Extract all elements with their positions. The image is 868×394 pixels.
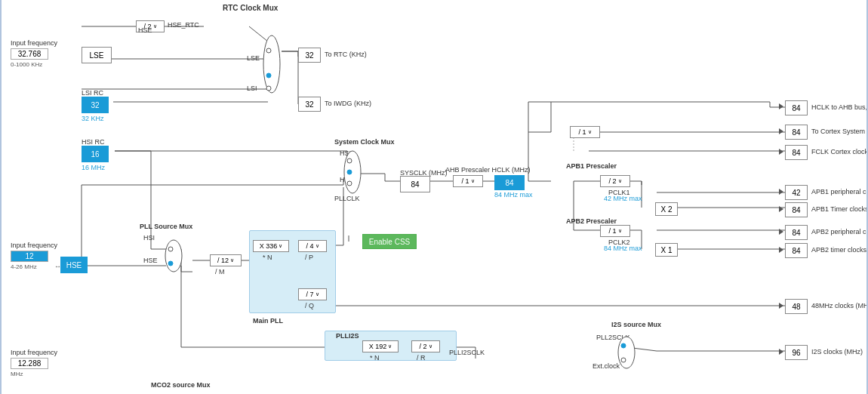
lsi-rc-value: 32 xyxy=(82,97,109,113)
pll-hse-label: HSE xyxy=(143,257,158,264)
svg-point-81 xyxy=(618,337,635,368)
apb1-peripheral-value: 42 xyxy=(785,185,808,200)
apb1-peripheral-label: APB1 peripheral clocks (M xyxy=(811,188,868,195)
fclk-value-box: 84 xyxy=(785,145,808,160)
ahb-div-dropdown[interactable]: / 1 xyxy=(453,175,483,187)
iwdg-label: To IWDG (KHz) xyxy=(325,100,371,107)
left-border xyxy=(0,0,2,394)
pll-src-mux-shape xyxy=(165,239,183,273)
svg-point-75 xyxy=(347,159,352,163)
hsi-rc-freq: 16 MHz xyxy=(82,164,105,171)
i2s-arrow xyxy=(779,349,783,355)
i2s-mux-shape xyxy=(617,336,636,370)
hse-box: HSE xyxy=(60,257,88,273)
p-label: / P xyxy=(305,254,313,261)
cortex-label: To Cortex System timer (M xyxy=(811,128,868,135)
lsi-line-label: LSI xyxy=(247,85,257,92)
sys-clk-mux-shape xyxy=(343,149,362,195)
cortex-div-dropdown[interactable]: / 1 xyxy=(570,126,600,138)
apb1-x2-box: X 2 xyxy=(655,202,678,216)
apb1-label: APB1 Prescaler xyxy=(566,162,617,170)
hse2-freq-input[interactable] xyxy=(11,358,48,369)
apb2-timer-label: APB2 timer clocks (MHz) xyxy=(811,246,868,254)
clk48-value-box: 48 xyxy=(785,299,808,314)
n-label: * N xyxy=(263,254,272,261)
plli2s-label: PLLI2S xyxy=(336,332,359,340)
cortex-arrow xyxy=(779,128,783,134)
hse-input-label: Input frequency 4-26 MHz xyxy=(11,242,57,270)
apb2-peripheral-value: 84 xyxy=(785,225,808,240)
hsi-rc-label: HSI RC xyxy=(82,138,105,146)
lsi-rc-freq: 32 KHz xyxy=(82,115,104,122)
sysclk-value-box: 84 xyxy=(400,176,430,192)
svg-point-74 xyxy=(344,151,361,193)
clk48-arrow xyxy=(779,303,783,309)
hsi-rc-value: 16 xyxy=(82,146,109,162)
apb2-div-dropdown[interactable]: / 1 xyxy=(600,225,630,237)
apb1-timer-label: APB1 Timer clocks (MHz) xyxy=(811,205,868,213)
hse2-input-label: Input frequency MHz xyxy=(11,349,57,377)
rtc-label: To RTC (KHz) xyxy=(325,51,367,58)
ahb-value-box: 84 xyxy=(494,175,525,190)
i2s-mux-label: I2S source Mux xyxy=(611,321,661,328)
apb2-x1-box: X 1 xyxy=(655,243,678,257)
svg-point-72 xyxy=(266,73,271,78)
svg-point-70 xyxy=(263,35,280,93)
clock-diagram: Input frequency 0-1000 KHz LSE LSI RC 32… xyxy=(0,0,868,394)
lsi-rc-label: LSI RC xyxy=(82,89,103,97)
apb2-timer-value: 84 xyxy=(785,243,808,258)
m-label: / M xyxy=(215,268,225,275)
apb2-peripheral-label: APB2 peripheral clocks (M xyxy=(811,228,868,235)
apb1-div-dropdown[interactable]: / 2 xyxy=(600,175,630,187)
rtc-value-box: 32 xyxy=(298,48,321,63)
plli2s-r-dropdown[interactable]: / 2 xyxy=(411,340,440,352)
plli2s-n-dropdown[interactable]: X 192 xyxy=(362,340,399,352)
apb1-timer-value: 84 xyxy=(785,202,808,217)
hclk-value-box: 84 xyxy=(785,100,808,115)
apb2-label: APB2 Prescaler xyxy=(566,217,617,225)
lse-box: LSE xyxy=(82,47,112,63)
clk48-label: 48MHz clocks (MHz) xyxy=(811,302,868,309)
svg-point-73 xyxy=(266,86,271,91)
rtc-mux-label: RTC Clock Mux xyxy=(223,4,278,12)
enable-css-button[interactable]: Enable CSS xyxy=(362,234,417,249)
plli2s-n-label: * N xyxy=(370,354,380,362)
cortex-value-box: 84 xyxy=(785,125,808,140)
plli2s-r-label: / R xyxy=(417,354,426,362)
apb1-peripheral-arrow xyxy=(779,189,783,195)
q-label: / Q xyxy=(305,302,314,309)
svg-point-76 xyxy=(347,170,352,174)
lse-freq-input[interactable] xyxy=(11,48,48,60)
iwdg-value-box: 32 xyxy=(298,97,321,112)
svg-point-78 xyxy=(165,240,182,272)
sys-clk-mux-label: System Clock Mux xyxy=(334,138,395,146)
svg-point-71 xyxy=(266,48,271,53)
pclk1-max: 42 MHz max xyxy=(604,195,642,202)
mco2-mux-label: MCO2 source Mux xyxy=(151,381,211,389)
svg-point-82 xyxy=(621,343,626,348)
plli2sclk-label: PLLI2SCLK xyxy=(449,349,485,356)
m-div-dropdown[interactable]: / 12 xyxy=(210,254,242,266)
fclk-label: FCLK Cortex clock (MHz) xyxy=(811,148,868,155)
q-div-dropdown[interactable]: / 7 xyxy=(298,288,327,300)
svg-point-77 xyxy=(347,181,352,186)
rtc-mux-shape xyxy=(263,34,282,94)
lse-line-label: LSE xyxy=(247,54,260,62)
apb2-peripheral-arrow xyxy=(779,229,783,235)
hse-line-label: HSE xyxy=(138,26,152,34)
pclk2-max: 84 MHz max xyxy=(604,245,642,252)
pll-hsi-label: HSI xyxy=(143,234,155,242)
p-div-dropdown[interactable]: / 4 xyxy=(298,240,327,252)
apb1-timer-arrow xyxy=(779,206,783,212)
hse-freq-input[interactable] xyxy=(11,251,48,262)
svg-point-79 xyxy=(168,247,173,251)
svg-point-83 xyxy=(621,358,626,362)
hclk-arrow xyxy=(779,103,783,109)
i2s-value-box: 96 xyxy=(785,345,808,360)
fclk-arrow xyxy=(779,149,783,155)
n-mul-dropdown[interactable]: X 336 xyxy=(253,240,289,252)
ahb-label: AHB Prescaler HCLK (MHz) xyxy=(445,166,531,174)
lse-input-label: Input frequency 0-1000 KHz xyxy=(11,39,57,68)
ahb-max-label: 84 MHz max xyxy=(494,191,533,199)
pll-src-mux-label: PLL Source Mux xyxy=(140,223,192,230)
